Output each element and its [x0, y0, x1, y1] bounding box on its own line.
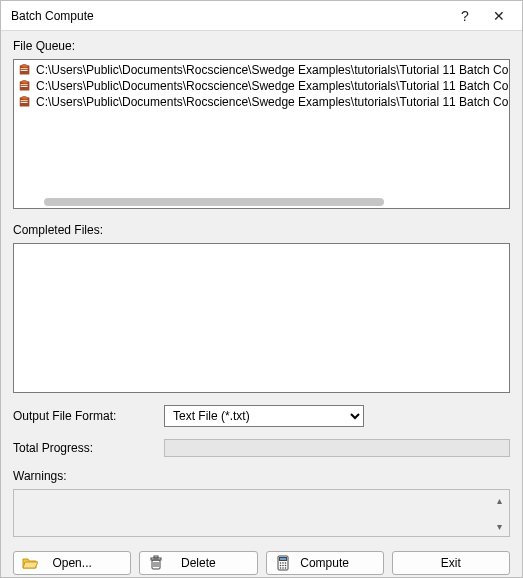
file-queue-item[interactable]: C:\Users\Public\Documents\Rocscience\Swe… — [14, 78, 509, 94]
svg-point-14 — [279, 562, 281, 564]
file-icon — [18, 63, 32, 77]
warnings-box: ▴ ▾ — [13, 489, 510, 537]
warnings-label: Warnings: — [13, 469, 510, 483]
compute-button[interactable]: Compute — [266, 551, 384, 575]
file-queue-list[interactable]: C:\Users\Public\Documents\Rocscience\Swe… — [13, 59, 510, 209]
window-title: Batch Compute — [11, 9, 448, 23]
warnings-spinner: ▴ ▾ — [491, 492, 507, 534]
close-icon: ✕ — [493, 8, 505, 24]
file-queue-item[interactable]: C:\Users\Public\Documents\Rocscience\Swe… — [14, 94, 509, 110]
completed-files-list[interactable] — [13, 243, 510, 393]
folder-open-icon — [22, 555, 38, 571]
svg-point-21 — [282, 567, 284, 569]
horizontal-scrollbar[interactable] — [16, 198, 507, 206]
svg-rect-5 — [21, 102, 28, 103]
svg-point-17 — [279, 565, 281, 567]
exit-button-label: Exit — [441, 556, 461, 570]
delete-button[interactable]: Delete — [139, 551, 257, 575]
svg-point-15 — [282, 562, 284, 564]
exit-button[interactable]: Exit — [392, 551, 510, 575]
open-button-label: Open... — [52, 556, 91, 570]
svg-point-20 — [279, 567, 281, 569]
svg-point-19 — [284, 565, 286, 567]
spin-up-button[interactable]: ▴ — [491, 492, 507, 508]
open-button[interactable]: Open... — [13, 551, 131, 575]
delete-button-label: Delete — [181, 556, 216, 570]
compute-button-label: Compute — [300, 556, 349, 570]
calculator-icon — [275, 555, 291, 571]
file-queue-label: File Queue: — [13, 39, 510, 53]
close-button[interactable]: ✕ — [482, 2, 516, 30]
titlebar: Batch Compute ? ✕ — [1, 1, 522, 31]
svg-rect-8 — [154, 556, 158, 558]
progress-row: Total Progress: — [13, 439, 510, 457]
spin-down-button[interactable]: ▾ — [491, 518, 507, 534]
file-path: C:\Users\Public\Documents\Rocscience\Swe… — [36, 62, 510, 78]
output-format-select[interactable]: Text File (*.txt) — [164, 405, 364, 427]
svg-point-18 — [282, 565, 284, 567]
dialog-content: File Queue: C:\Users\Public\Documents\Ro… — [1, 31, 522, 578]
svg-rect-1 — [21, 70, 28, 71]
file-icon — [18, 95, 32, 109]
svg-rect-4 — [21, 100, 28, 101]
progress-bar — [164, 439, 510, 457]
svg-point-16 — [284, 562, 286, 564]
trash-icon — [148, 555, 164, 571]
total-progress-label: Total Progress: — [13, 441, 158, 455]
svg-rect-13 — [279, 558, 286, 561]
file-icon — [18, 79, 32, 93]
help-icon: ? — [461, 8, 469, 24]
button-row: Open... Delete Compute Exit — [13, 551, 510, 575]
completed-files-label: Completed Files: — [13, 223, 510, 237]
output-format-label: Output File Format: — [13, 409, 158, 423]
svg-point-22 — [284, 567, 286, 569]
help-button[interactable]: ? — [448, 2, 482, 30]
svg-rect-3 — [21, 86, 28, 87]
file-path: C:\Users\Public\Documents\Rocscience\Swe… — [36, 78, 510, 94]
file-queue-item[interactable]: C:\Users\Public\Documents\Rocscience\Swe… — [14, 62, 509, 78]
scrollbar-thumb[interactable] — [44, 198, 384, 206]
output-format-row: Output File Format: Text File (*.txt) — [13, 405, 510, 427]
file-path: C:\Users\Public\Documents\Rocscience\Swe… — [36, 94, 510, 110]
svg-rect-0 — [21, 68, 28, 69]
svg-rect-2 — [21, 84, 28, 85]
